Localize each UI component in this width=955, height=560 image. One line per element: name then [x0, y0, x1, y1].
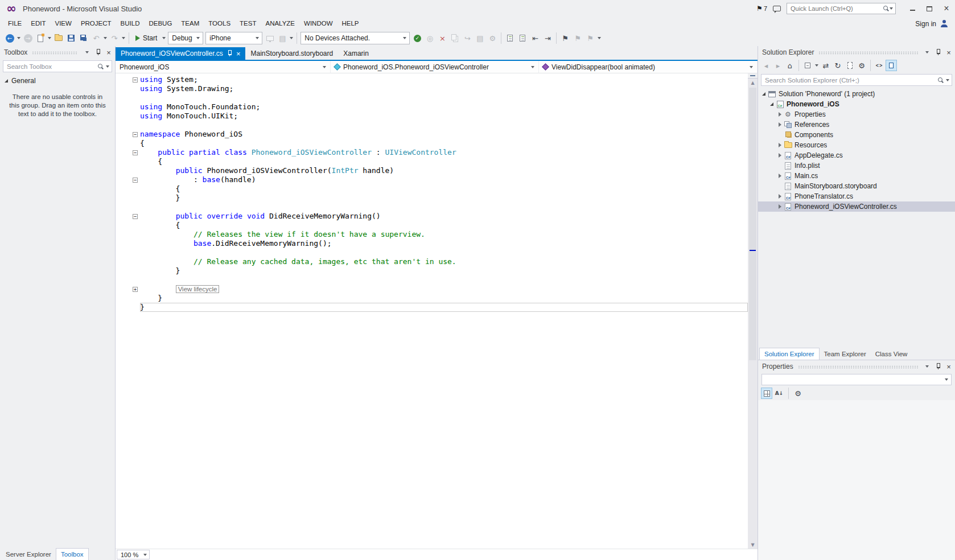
menu-window[interactable]: WINDOW — [299, 17, 337, 30]
breakpoint-margin[interactable] — [116, 239, 130, 248]
preview-selected-items-icon[interactable] — [886, 60, 897, 71]
navigate-forward-icon[interactable]: → — [22, 32, 34, 44]
tab-xamarin[interactable]: Xamarin — [338, 47, 374, 60]
auto-hide-button[interactable] — [933, 48, 942, 57]
type-dropdown[interactable]: Phoneword_iOS.Phoneword_iOSViewControlle… — [331, 61, 539, 73]
breakpoint-margin[interactable] — [116, 203, 130, 212]
code-text[interactable]: public override void DidReceiveMemoryWar… — [140, 212, 748, 221]
fold-toggle[interactable]: − — [130, 148, 140, 157]
uncomment-icon[interactable] — [516, 32, 529, 44]
expand-arrow-icon[interactable] — [776, 153, 783, 158]
breakpoint-margin[interactable] — [116, 230, 130, 239]
tree-item-phonetranslator-cs[interactable]: PhoneTranslator.cs — [758, 191, 955, 201]
new-project-icon[interactable] — [34, 32, 47, 44]
panel-drag-handle[interactable] — [798, 365, 918, 368]
redo-dropdown[interactable] — [121, 32, 126, 44]
code-text[interactable] — [140, 121, 748, 130]
tab-server-explorer[interactable]: Server Explorer — [1, 548, 56, 560]
close-panel-button[interactable] — [104, 48, 113, 57]
window-position-button[interactable] — [923, 362, 932, 371]
undo-icon[interactable]: ↶ — [90, 32, 102, 44]
menu-project[interactable]: PROJECT — [76, 17, 116, 30]
code-text[interactable]: using MonoTouch.UIKit; — [140, 112, 748, 121]
view-code-icon[interactable]: <> — [874, 60, 885, 71]
menu-analyze[interactable]: ANALYZE — [261, 17, 299, 30]
collapse-all-icon[interactable] — [802, 60, 813, 71]
breakpoint-margin[interactable] — [116, 93, 130, 102]
home-icon[interactable]: ⌂ — [784, 60, 796, 71]
show-all-files-icon[interactable] — [844, 60, 855, 71]
pair-to-mac-icon[interactable] — [264, 32, 276, 44]
options-icon[interactable]: ⚙ — [486, 32, 499, 44]
fold-toggle[interactable]: − — [130, 130, 140, 139]
code-text[interactable]: { — [140, 184, 748, 193]
breakpoint-margin[interactable] — [116, 121, 130, 130]
quick-launch-input[interactable]: Quick Launch (Ctrl+Q) — [787, 3, 896, 14]
stop-build-icon[interactable]: × — [436, 32, 448, 44]
tree-item-phoneword-ios[interactable]: Phoneword_iOS — [758, 99, 955, 109]
panel-drag-handle[interactable] — [818, 51, 918, 54]
toolbox-group-general[interactable]: General — [0, 74, 115, 85]
minimize-button[interactable] — [904, 2, 921, 15]
tree-item-resources[interactable]: Resources — [758, 140, 955, 150]
notifications-button[interactable]: 7 — [756, 5, 767, 13]
member-dropdown[interactable]: ViewDidDisappear(bool animated) — [539, 61, 758, 73]
code-text[interactable]: // Releases the view if it doesn't have … — [140, 230, 748, 239]
tree-item-references[interactable]: References — [758, 120, 955, 130]
expand-arrow-icon[interactable] — [760, 92, 767, 96]
device-target-combo[interactable]: No Devices Attached. — [301, 32, 410, 44]
expand-arrow-icon[interactable] — [776, 112, 783, 117]
breakpoint-margin[interactable] — [116, 294, 130, 303]
decrease-indent-icon[interactable]: ⇤ — [529, 32, 541, 44]
expand-arrow-icon[interactable] — [776, 194, 783, 199]
code-text[interactable]: { — [140, 139, 748, 148]
property-pages-icon[interactable]: ⚙ — [792, 388, 804, 399]
tab-team-explorer[interactable]: Team Explorer — [820, 348, 871, 360]
solution-configurations-combo[interactable]: Debug — [168, 32, 203, 44]
breakpoint-margin[interactable] — [116, 166, 130, 175]
window-layout-icon[interactable] — [448, 32, 461, 44]
breakpoint-margin[interactable] — [116, 275, 130, 285]
toolbar-options-dropdown[interactable] — [596, 32, 602, 44]
undo-dropdown[interactable] — [102, 32, 108, 44]
comment-icon[interactable] — [504, 32, 516, 44]
window-position-button[interactable] — [83, 48, 92, 57]
menu-tools[interactable]: TOOLS — [204, 17, 235, 30]
tree-item-mainstoryboard-storyboard[interactable]: MainStoryboard.storyboard — [758, 181, 955, 191]
expand-arrow-icon[interactable] — [776, 174, 783, 178]
properties-window-icon[interactable]: ⚙ — [856, 60, 867, 71]
breakpoint-margin[interactable] — [116, 157, 130, 166]
vertical-scrollbar[interactable]: ▲ ▼ — [748, 73, 758, 549]
expand-arrow-icon[interactable] — [776, 204, 783, 209]
redo-icon[interactable]: ↷ — [108, 32, 121, 44]
close-icon[interactable]: × — [236, 50, 241, 57]
navigate-to-icon[interactable]: ↪ — [461, 32, 474, 44]
start-debugging-button[interactable]: Start — [131, 32, 161, 44]
sync-with-active-document-icon[interactable]: ⇄ — [820, 60, 831, 71]
save-icon[interactable] — [65, 32, 77, 44]
breakpoint-margin[interactable] — [116, 212, 130, 221]
toolbox-search-input[interactable]: Search Toolbox — [3, 60, 112, 72]
code-text[interactable]: } — [140, 266, 748, 275]
project-dropdown[interactable]: Phoneword_iOS — [116, 61, 331, 73]
tree-item-main-cs[interactable]: Main.cs — [758, 171, 955, 181]
code-text[interactable] — [140, 203, 748, 212]
fold-toggle[interactable]: − — [130, 75, 140, 84]
start-dropdown[interactable] — [161, 32, 167, 44]
breakpoint-margin[interactable] — [116, 248, 130, 257]
code-text[interactable]: public Phoneword_iOSViewController(IntPt… — [140, 166, 748, 175]
scroll-up-arrow[interactable]: ▲ — [748, 79, 758, 87]
maximize-button[interactable] — [921, 2, 938, 15]
solution-platforms-combo[interactable]: iPhone — [205, 32, 262, 44]
breakpoint-margin[interactable] — [116, 266, 130, 275]
menu-help[interactable]: HELP — [337, 17, 364, 30]
new-project-dropdown[interactable] — [47, 32, 52, 44]
tree-item-appdelegate-cs[interactable]: AppDelegate.cs — [758, 150, 955, 160]
code-text[interactable] — [140, 275, 748, 285]
increase-indent-icon[interactable]: ⇥ — [541, 32, 554, 44]
tab-phoneword-iosviewcontroller-cs[interactable]: Phoneword_iOSViewController.cs× — [116, 47, 245, 60]
alphabetical-icon[interactable]: A↓ — [773, 388, 785, 399]
breakpoint-margin[interactable] — [116, 257, 130, 266]
refresh-icon[interactable]: ↻ — [832, 60, 843, 71]
breakpoint-margin[interactable] — [116, 175, 130, 184]
